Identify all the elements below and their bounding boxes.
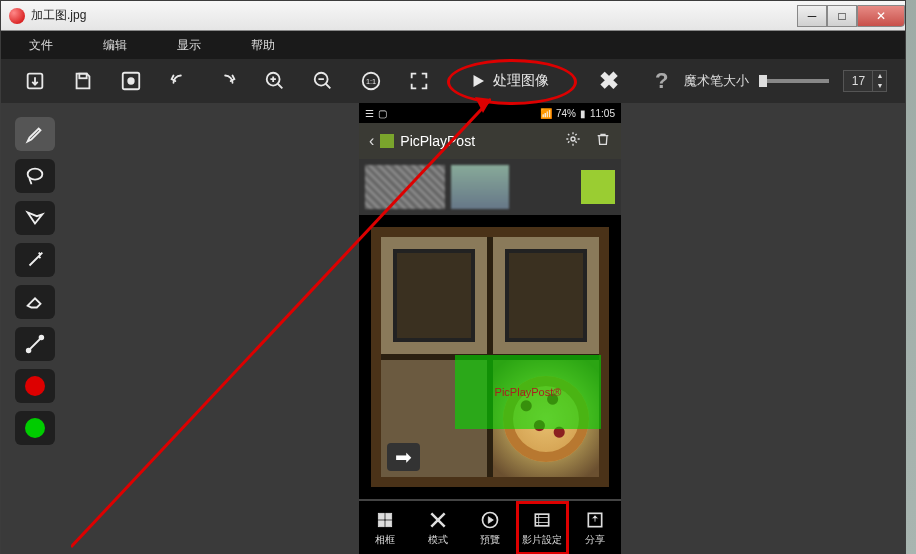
close-button[interactable]: ✕ [857,5,905,27]
trash-icon[interactable] [595,131,611,151]
window-title: 加工图.jpg [31,7,797,24]
phone-statusbar: ☰▢ 📶 74% ▮ 11:05 [359,103,621,123]
spinner-up[interactable]: ▲ [873,71,886,81]
undo-button[interactable] [165,67,193,95]
collage-tile[interactable] [381,237,487,354]
work-area: ☰▢ 📶 74% ▮ 11:05 ‹ PicPlayPost [1,103,905,554]
selection-overlay: PicPlayPost® [455,355,601,429]
help-button[interactable]: ? [655,68,668,94]
clock: 11:05 [590,108,615,119]
side-toolbar [15,117,55,445]
zoom-out-button[interactable] [309,67,337,95]
menu-icon: ☰ [365,108,374,119]
brush-size-slider[interactable] [759,79,829,83]
tab-preview[interactable]: 預覽 [464,501,516,554]
phone-preview: ☰▢ 📶 74% ▮ 11:05 ‹ PicPlayPost [359,103,621,554]
green-color[interactable] [15,411,55,445]
process-label: 处理图像 [493,72,549,90]
clip-thumbnail[interactable] [451,165,509,209]
zoom-actual-button[interactable]: 1:1 [357,67,385,95]
line-tool[interactable] [15,327,55,361]
brush-size-label: 魔术笔大小 [684,72,749,90]
menu-edit[interactable]: 编辑 [87,33,143,58]
zoom-fit-button[interactable] [405,67,433,95]
app-icon [9,8,25,24]
battery-icon: ▮ [580,108,586,119]
menu-bar: 文件 编辑 显示 帮助 [1,31,905,59]
svg-rect-1 [79,74,86,79]
settings-icon[interactable] [565,131,581,151]
svg-rect-17 [536,514,549,526]
marker-tool[interactable] [15,117,55,151]
svg-rect-12 [379,513,385,519]
add-clip-button[interactable] [581,170,615,204]
svg-rect-14 [379,520,385,526]
menu-file[interactable]: 文件 [13,33,69,58]
brush-size-value: 17 [844,74,872,88]
svg-point-11 [571,137,575,141]
play-icon [469,72,487,90]
back-icon[interactable]: ‹ [369,132,374,150]
polygon-tool[interactable] [15,201,55,235]
magic-wand-tool[interactable] [15,243,55,277]
svg-point-3 [128,78,134,84]
bottom-tabs: 相框 模式 預覽 影片設定 分享 [359,499,621,554]
open-button[interactable] [21,67,49,95]
svg-rect-13 [386,513,392,519]
app-logo-icon [380,134,394,148]
save-button[interactable] [69,67,97,95]
window-titlebar: 加工图.jpg ─ □ ✕ [1,1,905,31]
lasso-tool[interactable] [15,159,55,193]
redo-button[interactable] [213,67,241,95]
svg-rect-15 [386,520,392,526]
clip-strip [359,159,621,215]
tab-share[interactable]: 分享 [569,501,621,554]
battery-percent: 74% [556,108,576,119]
original-button[interactable] [117,67,145,95]
arrow-icon: ➡ [387,443,420,471]
zoom-in-button[interactable] [261,67,289,95]
app-header: ‹ PicPlayPost [359,123,621,159]
minimize-button[interactable]: ─ [797,5,827,27]
clip-thumbnail[interactable] [365,165,445,209]
brush-size-spinner[interactable]: 17 ▲▼ [843,70,887,92]
cancel-button[interactable]: ✖ [599,67,619,95]
process-image-button[interactable]: 处理图像 [453,66,565,96]
tab-frame[interactable]: 相框 [359,501,411,554]
menu-view[interactable]: 显示 [161,33,217,58]
watermark-text: PicPlayPost® [495,386,562,398]
tab-video-settings[interactable]: 影片設定 [516,501,568,554]
collage-tile[interactable] [493,237,599,354]
spinner-down[interactable]: ▼ [873,81,886,91]
svg-text:1:1: 1:1 [366,77,376,86]
main-toolbar: 1:1 处理图像 ✖ ? 魔术笔大小 17 ▲▼ [1,59,905,103]
screenshot-icon: ▢ [378,108,387,119]
app-title: PicPlayPost [400,133,559,149]
collage-canvas[interactable]: ➡ PicPlayPost® [359,215,621,499]
signal-icon: 📶 [540,108,552,119]
eraser-tool[interactable] [15,285,55,319]
red-color[interactable] [15,369,55,403]
tab-style[interactable]: 模式 [411,501,463,554]
maximize-button[interactable]: □ [827,5,857,27]
menu-help[interactable]: 帮助 [235,33,291,58]
